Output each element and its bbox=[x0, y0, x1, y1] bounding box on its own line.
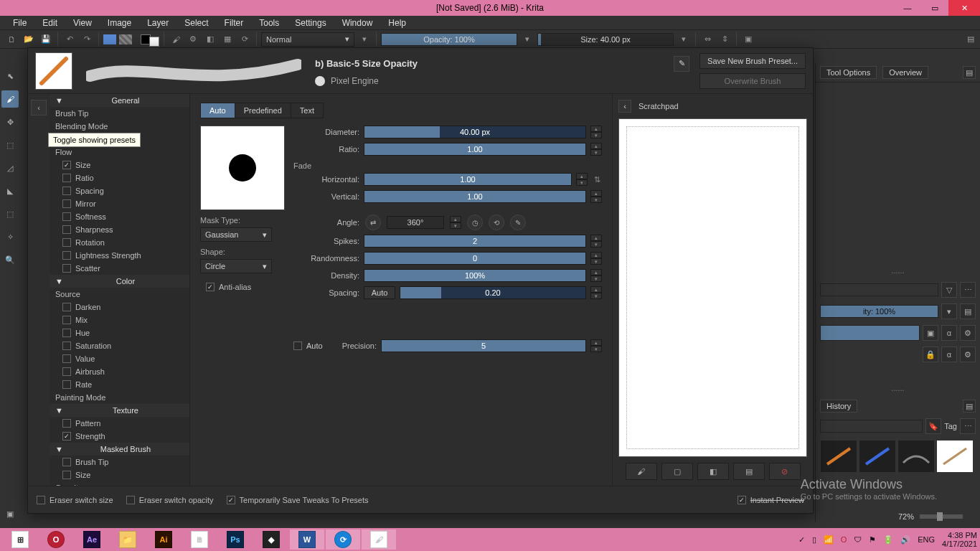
tab-text[interactable]: Text bbox=[291, 103, 323, 118]
checkbox-brush-tip[interactable] bbox=[62, 458, 71, 466]
checkbox-airbrush[interactable] bbox=[62, 367, 71, 376]
ratio-spinner[interactable]: ▴▾ bbox=[590, 143, 602, 156]
precision-spinner[interactable]: ▴▾ bbox=[590, 339, 602, 352]
scratch-back-button[interactable]: ‹ bbox=[618, 100, 631, 113]
shape-select[interactable]: Circle▾ bbox=[200, 259, 272, 273]
option-rotation[interactable]: Rotation bbox=[50, 236, 189, 249]
option-sharpness[interactable]: Sharpness bbox=[50, 223, 189, 236]
checkbox-softness[interactable] bbox=[62, 212, 71, 221]
density-slider[interactable]: 100% bbox=[364, 269, 586, 282]
option-rate[interactable]: Rate bbox=[50, 378, 189, 391]
tab-tool-options[interactable]: Tool Options bbox=[820, 66, 877, 79]
taskbar-ps[interactable]: Ps bbox=[218, 529, 253, 550]
checkbox-mix[interactable] bbox=[62, 316, 71, 324]
angle-share-icon[interactable]: ⟲ bbox=[489, 215, 504, 230]
taskbar-ai[interactable]: Ai bbox=[146, 529, 181, 550]
option-size[interactable]: Size bbox=[50, 468, 189, 481]
bg-color-swatch[interactable] bbox=[149, 37, 159, 47]
reload-icon[interactable]: ⟳ bbox=[237, 32, 252, 47]
rename-icon[interactable]: ✎ bbox=[674, 56, 689, 72]
layer-row-active[interactable] bbox=[820, 325, 920, 341]
precision-slider[interactable]: 5 bbox=[381, 339, 586, 352]
tab-overview[interactable]: Overview bbox=[882, 66, 928, 79]
spacing-spinner[interactable]: ▴▾ bbox=[590, 286, 602, 299]
horizontal-spinner[interactable]: ▴▾ bbox=[576, 173, 588, 186]
wrap-icon[interactable]: ▣ bbox=[741, 32, 755, 47]
undo-icon[interactable]: ↶ bbox=[62, 32, 77, 47]
checkbox-value[interactable] bbox=[62, 354, 71, 363]
zoom-slider[interactable] bbox=[920, 514, 963, 519]
size-slider[interactable]: Size: 40.00 px bbox=[537, 33, 674, 46]
spikes-slider[interactable]: 2 bbox=[364, 235, 586, 248]
preset-thumb-2[interactable] bbox=[859, 440, 896, 473]
tray-network-icon[interactable]: ▯ bbox=[812, 535, 816, 545]
mirror-h-icon[interactable]: ⇔ bbox=[700, 32, 715, 47]
checkbox-spacing[interactable] bbox=[62, 187, 71, 195]
vector-tool-icon[interactable]: ◿ bbox=[1, 159, 19, 176]
opacity-more-icon[interactable]: ▾ bbox=[520, 32, 534, 47]
option-brush-tip[interactable]: Brush Tip bbox=[50, 456, 189, 468]
dock-more-icon[interactable]: ⋯ bbox=[960, 282, 976, 298]
settings-tree[interactable]: ▼General Brush TipBlending ModeOpacityFl… bbox=[50, 94, 190, 486]
angle-swap-icon[interactable]: ⇄ bbox=[365, 215, 381, 230]
angle-spinner[interactable]: ▴▾ bbox=[450, 216, 461, 229]
checkbox-lightness-strength[interactable] bbox=[62, 251, 71, 260]
spacing-auto-button[interactable]: Auto bbox=[364, 286, 395, 299]
option-value[interactable]: Value bbox=[50, 352, 189, 365]
option-blending-mode[interactable]: Blending Mode bbox=[50, 120, 189, 133]
option-hue[interactable]: Hue bbox=[50, 326, 189, 339]
taskbar-app-circle[interactable]: ⟳ bbox=[326, 529, 360, 550]
menu-tools[interactable]: Tools bbox=[252, 17, 286, 29]
checkbox-strength[interactable] bbox=[62, 432, 71, 441]
brush-settings-icon[interactable]: ⚙ bbox=[186, 32, 200, 47]
taskbar-explorer[interactable]: 📁 bbox=[110, 529, 145, 550]
scratch-gradient-icon[interactable]: ◧ bbox=[697, 463, 729, 480]
move-tool-icon[interactable]: ⬉ bbox=[1, 67, 19, 85]
menu-window[interactable]: Window bbox=[335, 17, 380, 29]
vertical-spinner[interactable]: ▴▾ bbox=[590, 190, 602, 203]
tray-flag-icon[interactable]: ⚑ bbox=[869, 535, 876, 545]
precision-auto-checkbox[interactable] bbox=[293, 342, 302, 350]
tag-more-icon[interactable]: ⋯ bbox=[960, 418, 976, 434]
angle-input[interactable]: 360° bbox=[387, 216, 444, 229]
maximize-button[interactable]: ▭ bbox=[921, 0, 948, 16]
tray-battery-icon[interactable]: 🔋 bbox=[883, 535, 893, 545]
angle-clock-icon[interactable]: ◷ bbox=[467, 215, 483, 230]
menu-view[interactable]: View bbox=[66, 17, 99, 29]
angle-wand-icon[interactable]: ✎ bbox=[510, 215, 526, 230]
checkbox-size[interactable] bbox=[62, 161, 71, 169]
checkbox-rate[interactable] bbox=[62, 380, 71, 389]
tab-predefined[interactable]: Predefined bbox=[235, 103, 291, 118]
brush-preset-icon[interactable]: 🖌 bbox=[169, 32, 183, 47]
option-strength[interactable]: Strength bbox=[50, 430, 189, 443]
option-saturation[interactable]: Saturation bbox=[50, 339, 189, 352]
scratch-clear-icon[interactable]: ⊘ bbox=[769, 463, 801, 480]
taskbar-krita[interactable]: 🖌 bbox=[362, 529, 396, 550]
option-softness[interactable]: Softness bbox=[50, 210, 189, 223]
option-ratio[interactable]: Ratio bbox=[50, 171, 189, 184]
layer-gear2-icon[interactable]: ⚙ bbox=[960, 347, 976, 362]
diameter-spinner[interactable]: ▴▾ bbox=[590, 126, 602, 138]
preset-thumb-3[interactable] bbox=[897, 440, 935, 473]
option-flow[interactable]: Flow bbox=[50, 146, 189, 159]
option-mix[interactable]: Mix bbox=[50, 314, 189, 326]
start-button[interactable]: ⊞ bbox=[3, 529, 37, 550]
tab-auto[interactable]: Auto bbox=[201, 103, 235, 118]
antialias-checkbox[interactable] bbox=[206, 283, 215, 291]
opacity-slider[interactable]: Opacity: 100% bbox=[381, 33, 517, 46]
brush-tool-icon[interactable]: 🖌 bbox=[1, 90, 19, 108]
tag-label-icon[interactable]: 🔖 bbox=[925, 418, 941, 434]
link-icon[interactable]: ⇅ bbox=[592, 175, 602, 184]
option-spacing[interactable]: Spacing bbox=[50, 184, 189, 197]
density-spinner[interactable]: ▴▾ bbox=[590, 269, 602, 282]
horizontal-slider[interactable]: 1.00 bbox=[364, 173, 572, 186]
minimize-button[interactable]: — bbox=[894, 0, 921, 16]
scratch-rect-icon[interactable]: ▢ bbox=[661, 463, 693, 480]
assist-tool-icon[interactable]: ✧ bbox=[1, 228, 19, 245]
layer-alpha2-icon[interactable]: α bbox=[941, 347, 957, 362]
transform-tool-icon[interactable]: ✥ bbox=[1, 113, 19, 131]
dock-menu-icon[interactable]: ▤ bbox=[963, 66, 976, 79]
randomness-slider[interactable]: 0 bbox=[364, 252, 586, 265]
workspace-icon[interactable]: ▤ bbox=[961, 32, 980, 47]
tab-history[interactable]: History bbox=[820, 400, 857, 413]
